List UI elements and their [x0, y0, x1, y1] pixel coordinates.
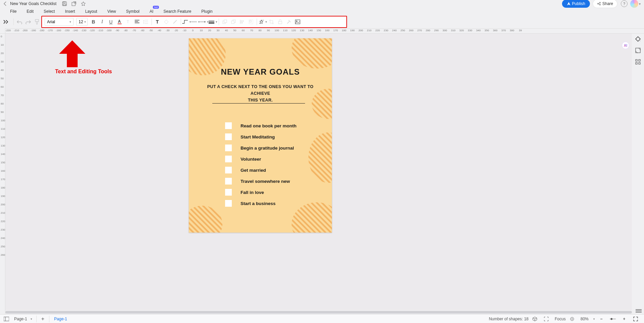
text-effect-icon[interactable]: T	[124, 17, 133, 26]
bold-icon[interactable]: B	[89, 17, 98, 26]
avatar-dropdown-icon[interactable]: ▾	[639, 2, 641, 6]
font-size-select[interactable]: 12 ▾	[76, 18, 88, 26]
checklist-item[interactable]: Start Meditating	[225, 133, 297, 140]
star-icon[interactable]	[81, 1, 86, 6]
scrollbar-thumb[interactable]	[5, 311, 632, 314]
zoom-slider-icon[interactable]	[610, 316, 616, 322]
bring-front-icon[interactable]	[220, 17, 229, 26]
font-color-icon[interactable]: A	[115, 17, 124, 26]
menu-search-feature[interactable]: Search Feature	[159, 8, 196, 14]
checklist-item[interactable]: Fall in love	[225, 189, 297, 196]
checklist-item[interactable]: Volunteer	[225, 156, 297, 162]
align-icon[interactable]	[133, 17, 141, 26]
help-icon[interactable]: ?	[621, 0, 628, 7]
chevron-down-icon: ▾	[84, 20, 86, 24]
checklist-item[interactable]: Begin a gratitude journal	[225, 145, 297, 151]
zoom-target-icon[interactable]	[569, 316, 575, 322]
share-button[interactable]: Share	[593, 0, 617, 8]
svg-rect-23	[241, 21, 244, 22]
undo-icon[interactable]	[15, 17, 24, 26]
fill-tool-icon[interactable]	[635, 36, 641, 42]
canvas-area[interactable]: NEW YEAR GOALS PUT A CHECK NEXT TO THE O…	[5, 34, 632, 310]
fullscreen-icon[interactable]	[633, 316, 639, 322]
shapes-count-label: Number of shapes: 18	[489, 317, 528, 321]
checkbox[interactable]	[225, 145, 232, 151]
cube-icon[interactable]	[532, 316, 538, 322]
fill-color-icon[interactable]	[162, 17, 171, 26]
italic-icon[interactable]: I	[98, 17, 106, 26]
canvas-page[interactable]: NEW YEAR GOALS PUT A CHECK NEXT TO THE O…	[189, 38, 332, 233]
publish-button[interactable]: Publish	[562, 0, 590, 8]
layers-icon[interactable]	[635, 47, 641, 54]
open-external-icon[interactable]	[71, 1, 77, 6]
checkbox[interactable]	[225, 122, 232, 129]
line-spacing-icon[interactable]	[141, 17, 150, 26]
crop-icon[interactable]	[267, 17, 276, 26]
back-button[interactable]	[3, 1, 7, 6]
effects-icon[interactable]: ▾	[258, 17, 267, 26]
text-box-icon[interactable]: T	[153, 17, 162, 26]
user-avatar[interactable]	[630, 0, 638, 8]
redo-icon[interactable]	[24, 17, 33, 26]
tools-icon[interactable]	[285, 17, 293, 26]
checklist-item[interactable]: Read one book per month	[225, 122, 297, 129]
focus-icon[interactable]	[543, 316, 549, 322]
save-icon[interactable]	[62, 1, 67, 6]
checkbox[interactable]	[225, 167, 232, 173]
group-icon[interactable]	[247, 17, 255, 26]
checkbox[interactable]	[225, 133, 232, 140]
font-family-select[interactable]: Arial ▾	[45, 18, 74, 26]
page-select[interactable]: Page-1 ▾	[11, 317, 35, 321]
more-tools-icon[interactable]	[635, 308, 642, 314]
menu-ai[interactable]: AI hot	[145, 8, 158, 14]
add-page-button[interactable]: +	[38, 316, 48, 322]
checklist-item[interactable]: Travel somewhere new	[225, 178, 297, 185]
menu-file[interactable]: File	[5, 8, 21, 14]
lock-icon[interactable]	[276, 17, 285, 26]
expand-panel-icon[interactable]	[2, 18, 10, 26]
align-objects-icon[interactable]	[238, 17, 247, 26]
menu-view[interactable]: View	[102, 8, 121, 14]
zoom-in-icon[interactable]: +	[621, 316, 627, 322]
checkbox[interactable]	[225, 178, 232, 185]
page-tab-active[interactable]: Page-1	[51, 317, 71, 321]
divider-line	[212, 103, 305, 104]
format-painter-icon[interactable]	[33, 17, 41, 26]
page-heading[interactable]: NEW YEAR GOALS	[189, 67, 332, 77]
checklist-label: Volunteer	[241, 157, 261, 162]
page-subheading[interactable]: PUT A CHECK NEXT TO THE ONES YOU WANT TO…	[207, 83, 314, 104]
menu-symbol[interactable]: Symbol	[121, 8, 144, 14]
arrow-style-icon[interactable]: ▾	[200, 17, 209, 26]
svg-text:A: A	[118, 19, 121, 24]
grid-icon[interactable]	[635, 58, 641, 65]
line-weight-icon[interactable]: ▾	[209, 17, 217, 26]
connector-icon[interactable]: ▾	[182, 17, 191, 26]
menu-plugin[interactable]: Plugin	[197, 8, 217, 14]
send-back-icon[interactable]	[229, 17, 238, 26]
chevron-down-icon[interactable]: ▾	[593, 317, 595, 321]
checkbox[interactable]	[225, 189, 232, 196]
right-toolbar	[632, 34, 644, 65]
line-style-icon[interactable]: ▾	[191, 17, 200, 26]
line-color-icon[interactable]	[171, 17, 179, 26]
font-size-value: 12	[79, 19, 83, 24]
focus-label[interactable]: Focus	[555, 317, 566, 321]
horizontal-scrollbar[interactable]	[5, 310, 632, 314]
menu-edit[interactable]: Edit	[22, 8, 38, 14]
checklist-item[interactable]: Get married	[225, 167, 297, 173]
document-title[interactable]: New Year Goals Checklist	[10, 1, 56, 6]
ai-badge-icon[interactable]: AI	[622, 42, 629, 49]
zoom-out-icon[interactable]: −	[598, 316, 604, 322]
header-bar: New Year Goals Checklist Publish Share ?…	[0, 0, 644, 7]
checklist-item[interactable]: Start a business	[225, 200, 297, 207]
menu-select[interactable]: Select	[39, 8, 59, 14]
underline-icon[interactable]: U	[106, 17, 115, 26]
svg-rect-40	[4, 317, 9, 321]
menu-insert[interactable]: Insert	[60, 8, 80, 14]
checkbox[interactable]	[225, 156, 232, 162]
menu-layout[interactable]: Layout	[80, 8, 102, 14]
image-icon[interactable]	[293, 17, 302, 26]
checkbox[interactable]	[225, 200, 232, 207]
zoom-value[interactable]: 80%	[581, 317, 589, 321]
page-layout-icon[interactable]	[3, 316, 9, 322]
